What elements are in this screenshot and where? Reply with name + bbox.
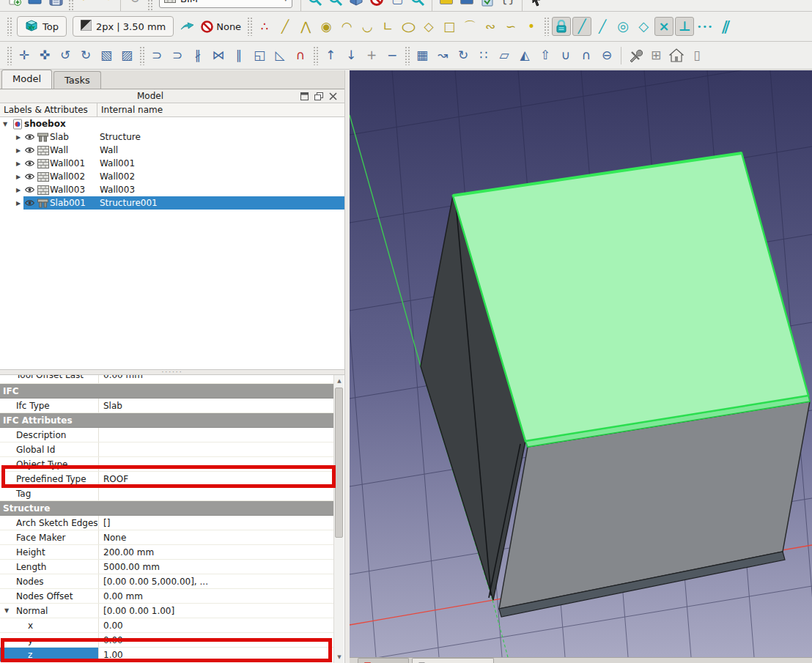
tree-item-slab[interactable]: ▶SlabStructure	[0, 130, 344, 144]
visibility-eye-icon[interactable]	[23, 160, 36, 167]
arch-mirror-icon[interactable]: ◭	[515, 46, 534, 65]
3d-viewport[interactable]	[350, 70, 812, 663]
tree-root-shoebox[interactable]: ▼shoebox	[0, 117, 344, 130]
property-group-ifc-attributes[interactable]: IFC Attributes	[0, 413, 333, 428]
toolbar-handle[interactable]	[7, 17, 12, 36]
constraint-more-icon[interactable]: •••	[695, 17, 715, 36]
constraint-distance-icon[interactable]: ╱	[572, 17, 591, 36]
draft-scale-icon[interactable]: ◱	[250, 46, 269, 65]
expression-icon[interactable]: {}	[498, 0, 517, 9]
arc-icon[interactable]: ◠	[337, 17, 356, 36]
expand-arrow-icon[interactable]: ▶	[13, 134, 23, 141]
autogroup-none-button[interactable]: None	[198, 17, 244, 36]
draft-downgrade-icon[interactable]: ↓	[342, 46, 361, 65]
orient-arrow-icon[interactable]	[177, 17, 196, 36]
point-icon[interactable]: •	[522, 17, 541, 36]
bim-utils-icon[interactable]	[626, 46, 645, 65]
box-zoom-icon[interactable]	[306, 0, 325, 9]
tab-model[interactable]: Model	[1, 70, 52, 89]
draft-clone-icon[interactable]: ▱	[495, 46, 514, 65]
property-scrollbar[interactable]: ▲ ▼	[333, 375, 344, 663]
rectangle-icon[interactable]: □	[440, 17, 459, 36]
visibility-eye-icon[interactable]	[23, 186, 36, 193]
clipboard-icon[interactable]	[478, 0, 497, 9]
draft-patharray-icon[interactable]: ↝	[433, 46, 452, 65]
cursor-icon[interactable]	[527, 0, 546, 9]
tree-item-wall003[interactable]: ▶Wall003Wall003	[0, 183, 344, 196]
circle-icon[interactable]: ◉	[317, 17, 336, 36]
expand-arrow-icon[interactable]: ▶	[13, 147, 23, 154]
open-icon[interactable]	[26, 0, 45, 9]
draft-join-icon[interactable]: ⋈	[209, 46, 228, 65]
dock-close-button[interactable]	[329, 92, 337, 100]
constraint-perpendicular-icon[interactable]: ⊥	[675, 17, 694, 36]
toolbar-handle[interactable]	[139, 46, 144, 65]
draft-offset-icon[interactable]: ⊃	[147, 46, 166, 65]
draft-slope-icon[interactable]: ◺	[270, 46, 289, 65]
property-group-structure[interactable]: Structure	[0, 501, 333, 516]
visibility-eye-icon[interactable]	[23, 147, 36, 154]
constraint-snap-icon[interactable]: ╱	[593, 17, 612, 36]
draft-stretch-icon[interactable]: ∥	[229, 46, 248, 65]
property-row-arch-sketch-edges[interactable]: Arch Sketch Edges[]	[0, 516, 333, 530]
fillet-icon[interactable]: ∟	[378, 17, 397, 36]
property-row-description[interactable]: Description	[0, 428, 333, 442]
scroll-down-button[interactable]: ▼	[335, 652, 344, 662]
tree-item-wall002[interactable]: ▶Wall002Wall002	[0, 170, 344, 183]
property-value[interactable]: 5000.00 mm	[103, 562, 160, 572]
part-extrude-icon[interactable]: ⇧	[536, 46, 555, 65]
toolbar-handle[interactable]	[147, 0, 152, 12]
expand-arrow-icon[interactable]: ▼	[4, 607, 9, 614]
constraint-symmetric-icon[interactable]: ◇	[634, 17, 653, 36]
3d-view-canvas[interactable]	[350, 70, 812, 657]
expand-arrow-icon[interactable]: ▼	[0, 121, 10, 127]
undo-icon[interactable]: ↶	[76, 0, 95, 9]
facebinder-icon[interactable]: ▨	[117, 46, 136, 65]
property-value[interactable]: 200.00 mm	[103, 547, 154, 558]
column-labels-attributes[interactable]: Labels & Attributes	[0, 103, 97, 116]
bspline-periodic-icon[interactable]: ∽	[501, 17, 520, 36]
part-cut-icon[interactable]: ⊖	[597, 46, 616, 65]
tree-item-wall001[interactable]: ▶Wall001Wall001	[0, 157, 344, 170]
polyline-icon[interactable]: ⋀	[296, 17, 315, 36]
ellipse-icon[interactable]: ○	[399, 17, 418, 36]
scroll-up-button[interactable]: ▲	[335, 376, 344, 386]
property-value[interactable]: ROOF	[103, 474, 128, 484]
zoom-out-icon[interactable]	[326, 0, 345, 9]
draft-move-icon[interactable]: ✛	[15, 46, 34, 65]
property-row-predefined-type[interactable]: Predefined TypeROOF	[0, 472, 333, 486]
redo-icon[interactable]: ↷	[97, 0, 116, 9]
property-value[interactable]: 0.00 mm	[103, 375, 143, 380]
visibility-eye-icon[interactable]	[23, 173, 36, 180]
property-value[interactable]: 0.00	[103, 621, 123, 631]
property-value[interactable]: 0.00 mm	[103, 591, 143, 601]
linewidth-button[interactable]: 2px | 3.50 mm	[73, 16, 174, 37]
view-top-button[interactable]: XY Top	[17, 16, 67, 37]
property-row-nodes-offset[interactable]: Nodes Offset0.00 mm	[0, 589, 333, 604]
property-row-length[interactable]: Length5000.00 mm	[0, 560, 333, 574]
constraint-lock-icon[interactable]	[552, 17, 571, 36]
draft-upgrade-icon[interactable]: ↑	[321, 46, 340, 65]
property-row-tag[interactable]: Tag	[0, 486, 333, 501]
draft-copy-icon[interactable]: ✜	[35, 46, 54, 65]
toolbar-handle[interactable]	[247, 17, 252, 36]
property-row-height[interactable]: Height200.00 mm	[0, 545, 333, 560]
constraint-concentric-icon[interactable]: ◎	[613, 17, 632, 36]
expand-arrow-icon[interactable]: ▶	[13, 174, 23, 180]
property-value[interactable]: 0.00	[103, 635, 123, 645]
property-group-ifc[interactable]: IFC	[0, 384, 333, 399]
box-icon[interactable]: ▧	[97, 46, 116, 65]
property-row-tool-offset-last[interactable]: Tool Offset Last0.00 mm	[0, 375, 333, 384]
dock-float-button[interactable]	[314, 92, 323, 100]
property-row-z[interactable]: z1.00	[0, 648, 333, 662]
expand-arrow-icon[interactable]: ▶	[13, 196, 23, 210]
toolbar-handle[interactable]	[405, 46, 410, 65]
working-plane-icon[interactable]: ⊞	[646, 46, 665, 65]
property-row-face-maker[interactable]: Face MakerNone	[0, 530, 333, 545]
expand-arrow-icon[interactable]: ▶	[13, 187, 23, 193]
property-value[interactable]: [0.00 0.00 5,000.00], ...	[103, 577, 208, 587]
bim-project-icon[interactable]	[667, 46, 686, 65]
line-icon[interactable]: ╱	[276, 17, 295, 36]
toolbar-handle[interactable]	[7, 46, 12, 65]
property-value[interactable]: Slab	[103, 401, 122, 411]
